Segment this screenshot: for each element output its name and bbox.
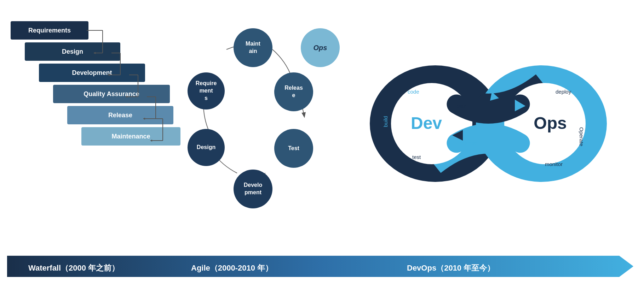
svg-text:Operate: Operate [579,127,585,146]
agile-node-maintain: Maintain [234,28,272,67]
svg-text:monitor: monitor [545,161,563,167]
agile-node-test: Test [274,129,313,168]
svg-text:plan: plan [456,103,466,109]
svg-text:Ops: Ops [534,114,567,132]
svg-text:deploy: deploy [556,89,571,95]
devops-section: Dev Ops build code plan test release dep… [347,21,630,226]
waterfall-maintenance-row: Maintenance [46,127,180,146]
svg-text:test: test [412,154,421,160]
timeline-waterfall-label: Waterfall（2000 年之前） [28,263,119,273]
waterfall-section: Requirements Design Development Quality … [11,21,180,148]
svg-text:code: code [408,89,419,95]
svg-text:Dev: Dev [411,114,442,132]
waterfall-development-box: Development [39,64,145,82]
agile-node-ops: Ops [301,28,340,67]
waterfall-qa-box: Quality Assurance [53,85,170,103]
timeline-agile-label: Agile（2000-2010 年） [191,263,273,273]
waterfall-release-box: Release [67,106,173,124]
timeline-devops-label: DevOps（2010 年至今） [407,263,495,273]
svg-text:release: release [460,140,477,146]
waterfall-development-row: Development [25,64,180,82]
waterfall-release-row: Release [39,106,180,124]
waterfall-design-row: Design [18,42,180,61]
waterfall-maintenance-box: Maintenance [81,127,180,146]
agile-node-development: Development [234,170,272,208]
agile-node-release: Release [274,72,313,111]
waterfall-qa-row: Quality Assurance [32,85,180,103]
agile-cycle-diagram: Requirements Maintain Release Test Devel… [184,18,318,215]
agile-node-requirements: Requirements [188,72,225,110]
agile-node-design: Design [188,129,225,166]
agile-section: Requirements Maintain Release Test Devel… [177,18,326,237]
devops-infinity-diagram: Dev Ops build code plan test release dep… [357,46,619,201]
svg-text:build: build [383,116,389,127]
waterfall-requirements-row: Requirements [11,21,180,40]
waterfall-requirements-box: Requirements [11,21,88,40]
timeline-bar: Waterfall（2000 年之前） Agile（2000-2010 年） D… [7,252,637,277]
waterfall-design-box: Design [25,42,120,61]
